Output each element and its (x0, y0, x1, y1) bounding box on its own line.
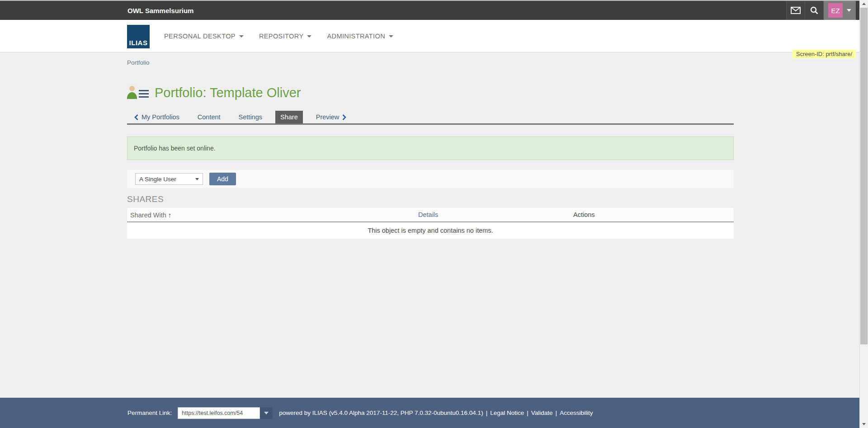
footer-separator: | (527, 409, 528, 416)
share-type-selected-value: A Single User (139, 176, 176, 183)
breadcrumb: Portfolio (127, 59, 734, 66)
share-type-select[interactable]: A Single User (135, 173, 203, 185)
vertical-scrollbar[interactable] (859, 0, 868, 428)
breadcrumb-portfolio-link[interactable]: Portfolio (127, 59, 150, 66)
permanent-link-label: Permanent Link: (127, 409, 172, 416)
tab-label: My Portfolios (142, 113, 179, 121)
tab-label: Settings (239, 113, 262, 121)
chevron-down-icon (847, 9, 851, 12)
chevron-down-icon (195, 178, 199, 180)
chevron-down-icon (264, 412, 269, 414)
column-actions: Actions (573, 211, 734, 218)
portfolio-icon (127, 86, 148, 100)
permanent-link-dropdown-button[interactable] (260, 407, 273, 419)
tab-content[interactable]: Content (193, 111, 226, 123)
nav-repository[interactable]: REPOSITORY (259, 33, 312, 40)
footer-separator: | (486, 409, 488, 416)
search-icon (810, 6, 818, 14)
main-header: ILIAS PERSONAL DESKTOP REPOSITORY ADMINI… (0, 20, 868, 52)
column-details[interactable]: Details (418, 211, 573, 218)
tab-label: Preview (316, 113, 340, 121)
footer-text: powered by ILIAS (v5.4.0 Alpha 2017-11-2… (279, 409, 593, 416)
chevron-down-icon (389, 35, 393, 38)
nav-label: REPOSITORY (259, 33, 304, 40)
chevron-down-icon (307, 35, 311, 38)
validate-link[interactable]: Validate (531, 409, 553, 416)
page-title-row: Portfolio: Template Oliver (127, 83, 734, 103)
tab-my-portfolios[interactable]: My Portfolios (129, 111, 184, 123)
topbar-actions: EZ (786, 1, 856, 20)
chevron-right-icon (342, 114, 346, 120)
nav-label: PERSONAL DESKTOP (164, 33, 236, 40)
scroll-down-arrow[interactable] (860, 420, 868, 428)
empty-table-message: This object is empty and contains no ite… (127, 222, 734, 239)
scroll-up-arrow[interactable] (860, 0, 868, 8)
accessibility-link[interactable]: Accessibility (560, 409, 593, 416)
chevron-down-icon (239, 35, 244, 38)
topbar: OWL Sammelsurium EZ (0, 1, 868, 20)
nav-personal-desktop[interactable]: PERSONAL DESKTOP (164, 33, 244, 40)
main-nav: PERSONAL DESKTOP REPOSITORY ADMINISTRATI… (164, 20, 393, 52)
add-button[interactable]: Add (209, 173, 236, 185)
page-title: Portfolio: Template Oliver (155, 85, 301, 100)
user-menu-button[interactable]: EZ (823, 1, 856, 20)
tab-label: Share (280, 113, 298, 121)
tab-preview[interactable]: Preview (311, 111, 352, 123)
ilias-logo[interactable]: ILIAS (127, 25, 150, 48)
column-shared-with[interactable]: Shared With↑ (127, 211, 418, 219)
screen-id-badge: Screen-ID: prtf/share/ (793, 50, 856, 58)
chevron-left-icon (134, 114, 138, 120)
avatar: EZ (828, 3, 843, 18)
shares-heading: SHARES (127, 194, 734, 204)
success-message: Portfolio has been set online. (127, 136, 734, 160)
permanent-link-input[interactable] (178, 407, 260, 419)
footer: Permanent Link: powered by ILIAS (v5.4.0… (0, 398, 868, 428)
legal-notice-link[interactable]: Legal Notice (490, 409, 524, 416)
sort-asc-icon: ↑ (168, 211, 172, 219)
site-title: OWL Sammelsurium (127, 7, 193, 14)
tab-settings[interactable]: Settings (234, 111, 267, 123)
search-button[interactable] (805, 1, 823, 20)
shares-table-header: Shared With↑ Details Actions (127, 208, 734, 222)
envelope-icon (791, 7, 801, 14)
mail-button[interactable] (786, 1, 805, 20)
nav-administration[interactable]: ADMINISTRATION (327, 33, 393, 40)
tab-bar: My Portfolios Content Settings Share Pre… (127, 111, 734, 125)
page-content: Portfolio Portfolio: Template Oliver My … (127, 53, 734, 239)
scrollbar-thumb[interactable] (860, 8, 868, 344)
tab-label: Content (198, 113, 221, 121)
footer-separator: | (556, 409, 557, 416)
share-toolbar: A Single User Add (127, 170, 734, 188)
tab-share[interactable]: Share (275, 111, 303, 123)
powered-by-text: powered by ILIAS (v5.4.0 Alpha 2017-11-2… (279, 409, 483, 416)
nav-label: ADMINISTRATION (327, 33, 385, 40)
